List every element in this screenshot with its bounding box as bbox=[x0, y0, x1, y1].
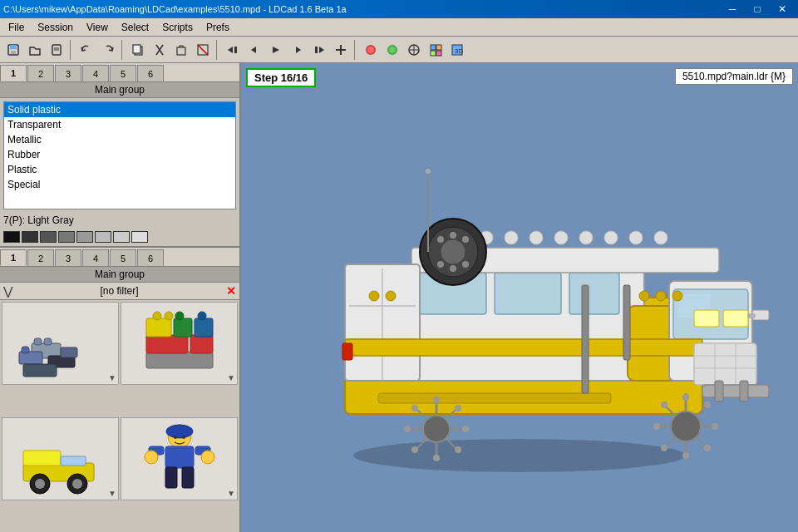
svg-point-89 bbox=[554, 231, 568, 244]
tb-last[interactable] bbox=[309, 40, 329, 60]
parts-tab-6[interactable]: 6 bbox=[137, 249, 164, 266]
swatch-6[interactable] bbox=[95, 231, 111, 243]
part-arrow-3: ▼ bbox=[108, 489, 116, 498]
tb-addstep[interactable] bbox=[331, 40, 351, 60]
color-item-metallic[interactable]: Metallic bbox=[4, 132, 235, 147]
tb-cut[interactable] bbox=[150, 40, 170, 60]
tb-view1[interactable] bbox=[404, 40, 424, 60]
color-item-transparent[interactable]: Transparent bbox=[4, 117, 235, 132]
svg-rect-14 bbox=[234, 47, 237, 53]
svg-point-66 bbox=[201, 451, 214, 464]
svg-point-52 bbox=[198, 312, 206, 320]
parts-tab-1[interactable]: 1 bbox=[0, 249, 27, 266]
tb-copy[interactable] bbox=[128, 40, 148, 60]
svg-point-110 bbox=[426, 169, 431, 174]
color-panel-title: Main group bbox=[0, 82, 239, 98]
color-item-rubber[interactable]: Rubber bbox=[4, 147, 235, 162]
tb-first[interactable] bbox=[223, 40, 243, 60]
tb-paste[interactable] bbox=[171, 40, 191, 60]
toolbar: 3D bbox=[0, 37, 798, 63]
svg-rect-45 bbox=[190, 335, 213, 353]
tb-view2[interactable] bbox=[426, 40, 446, 60]
svg-point-88 bbox=[530, 231, 543, 244]
parts-tab-5[interactable]: 5 bbox=[110, 249, 136, 266]
part-cell-2[interactable]: ▼ bbox=[121, 302, 238, 385]
menu-session[interactable]: Session bbox=[31, 20, 80, 35]
menu-prefs[interactable]: Prefs bbox=[200, 20, 236, 35]
part-cell-1[interactable]: ▼ bbox=[2, 302, 119, 385]
color-tab-5[interactable]: 5 bbox=[110, 65, 136, 81]
menu-view[interactable]: View bbox=[80, 20, 115, 35]
color-item-special[interactable]: Special bbox=[4, 177, 235, 192]
main-layout: 1 2 3 4 5 6 Main group Solid plastic Tra… bbox=[0, 63, 798, 532]
tb-save[interactable] bbox=[3, 40, 23, 60]
filter-text: [no filter] bbox=[16, 285, 223, 297]
color-tab-row: 1 2 3 4 5 6 bbox=[0, 63, 239, 82]
svg-point-51 bbox=[175, 312, 184, 320]
menu-select[interactable]: Select bbox=[115, 20, 155, 35]
tb-view3[interactable]: 3D bbox=[447, 40, 467, 60]
parts-tab-2[interactable]: 2 bbox=[27, 249, 54, 266]
tb-play[interactable] bbox=[266, 40, 286, 60]
swatch-8[interactable] bbox=[131, 231, 148, 243]
tb-color2[interactable] bbox=[382, 40, 402, 60]
svg-rect-81 bbox=[495, 273, 561, 314]
svg-point-134 bbox=[661, 445, 667, 451]
tb-color1[interactable] bbox=[361, 40, 381, 60]
part-arrow-2: ▼ bbox=[227, 373, 235, 382]
svg-point-90 bbox=[579, 231, 593, 244]
color-tab-4[interactable]: 4 bbox=[82, 65, 109, 81]
tb-sep-1 bbox=[70, 40, 73, 60]
swatch-3[interactable] bbox=[40, 231, 57, 243]
swatch-5[interactable] bbox=[76, 231, 93, 243]
svg-rect-31 bbox=[431, 51, 436, 56]
svg-rect-38 bbox=[19, 352, 42, 364]
color-panel: 1 2 3 4 5 6 Main group Solid plastic Tra… bbox=[0, 63, 239, 248]
swatch-4[interactable] bbox=[58, 231, 75, 243]
menubar: File Session View Select Scripts Prefs bbox=[0, 18, 798, 37]
menu-scripts[interactable]: Scripts bbox=[155, 20, 200, 35]
part-cell-3[interactable]: ▼ bbox=[2, 417, 119, 500]
color-list[interactable]: Solid plastic Transparent Metallic Rubbe… bbox=[3, 101, 236, 209]
filter-clear-button[interactable]: ✕ bbox=[226, 284, 236, 298]
tb-hide[interactable] bbox=[193, 40, 213, 60]
tb-undo[interactable] bbox=[76, 40, 96, 60]
close-button[interactable]: ✕ bbox=[770, 0, 795, 18]
color-item-plastic[interactable]: Plastic bbox=[4, 162, 235, 177]
parts-tab-4[interactable]: 4 bbox=[82, 249, 109, 266]
parts-grid: ▼ bbox=[0, 300, 239, 532]
svg-point-150 bbox=[455, 446, 461, 453]
tb-next[interactable] bbox=[288, 40, 308, 60]
color-tab-3[interactable]: 3 bbox=[55, 65, 81, 81]
tb-open[interactable] bbox=[25, 40, 45, 60]
left-panel: 1 2 3 4 5 6 Main group Solid plastic Tra… bbox=[0, 63, 241, 532]
minimize-button[interactable]: ─ bbox=[720, 0, 745, 18]
color-tab-2[interactable]: 2 bbox=[27, 65, 54, 81]
svg-rect-48 bbox=[195, 318, 213, 337]
tb-prev[interactable] bbox=[244, 40, 264, 60]
svg-point-158 bbox=[672, 291, 682, 301]
tb-redo[interactable] bbox=[98, 40, 118, 60]
maximize-button[interactable]: □ bbox=[745, 0, 770, 18]
svg-marker-15 bbox=[251, 47, 256, 53]
swatch-2[interactable] bbox=[22, 231, 38, 243]
part-cell-4[interactable]: ▼ bbox=[121, 417, 238, 500]
svg-rect-153 bbox=[623, 285, 630, 360]
tb-new[interactable] bbox=[47, 40, 66, 60]
color-tab-1[interactable]: 1 bbox=[0, 65, 27, 81]
svg-point-129 bbox=[682, 452, 689, 459]
svg-point-99 bbox=[437, 261, 444, 268]
svg-point-100 bbox=[462, 261, 469, 268]
menu-file[interactable]: File bbox=[2, 20, 31, 35]
swatch-7[interactable] bbox=[113, 231, 130, 243]
svg-point-156 bbox=[639, 291, 649, 301]
svg-rect-42 bbox=[23, 364, 57, 377]
swatch-1[interactable] bbox=[3, 231, 20, 243]
svg-rect-10 bbox=[177, 47, 185, 55]
color-item-solid[interactable]: Solid plastic bbox=[4, 102, 235, 117]
svg-point-131 bbox=[712, 423, 718, 430]
color-tab-6[interactable]: 6 bbox=[137, 65, 164, 81]
viewport[interactable]: Step 16/16 5510.mpd?main.ldr {M} bbox=[241, 63, 798, 532]
parts-tab-3[interactable]: 3 bbox=[55, 249, 81, 266]
svg-point-142 bbox=[423, 416, 450, 442]
